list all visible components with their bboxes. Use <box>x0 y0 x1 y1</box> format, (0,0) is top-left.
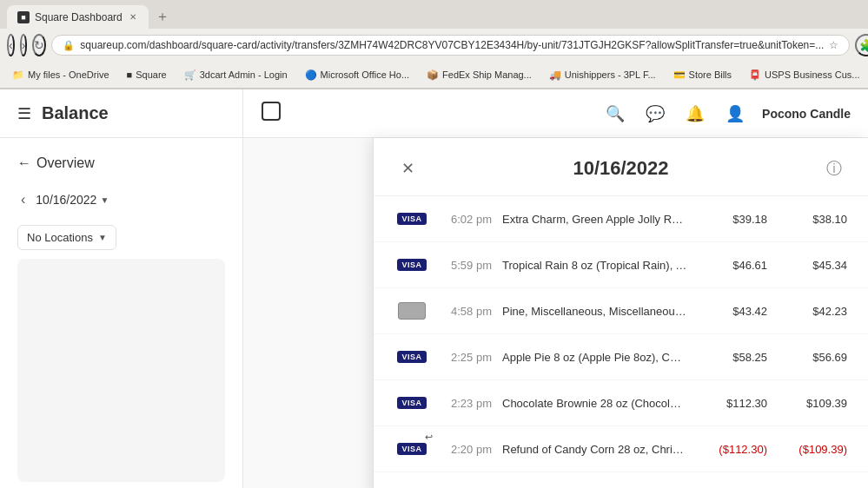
table-row[interactable]: 4:58 pm Pine, Miscellaneous, Miscellaneo… <box>374 288 868 334</box>
sidebar-chart-area <box>17 259 225 482</box>
transaction-description: Apple Pie 8 oz (Apple Pie 8oz), Coconut … <box>502 351 687 364</box>
onedrive-favicon: 📁 <box>12 69 24 81</box>
bookmark-onedrive-label: My files - OneDrive <box>28 69 109 80</box>
date-selector[interactable]: 10/16/2022 ▼ <box>36 193 109 207</box>
app-logo <box>261 101 282 126</box>
extensions-button[interactable]: 🧩 <box>855 34 868 56</box>
sidebar-header: ☰ Balance <box>0 89 242 138</box>
visa-badge: VISA <box>397 259 426 271</box>
new-tab-button[interactable]: ＋ <box>152 7 173 28</box>
tab-title: Square Dashboard <box>35 11 123 23</box>
bookmark-usps[interactable]: 📮 USPS Business Cus... <box>744 68 865 82</box>
transaction-net: $45.34 <box>778 259 847 272</box>
reload-button[interactable]: ↻ <box>32 34 46 56</box>
transaction-panel: ✕ 10/16/2022 ⓘ VISA 6:02 pm Extra Charm,… <box>373 138 868 488</box>
messages-button[interactable]: 💬 <box>642 101 668 127</box>
transaction-time: 2:20 pm <box>440 443 492 456</box>
transaction-time: 2:25 pm <box>440 351 492 364</box>
hamburger-icon[interactable]: ☰ <box>17 104 31 123</box>
transaction-description: Extra Charm, Green Apple Jolly Rancher, … <box>502 213 687 226</box>
search-button[interactable]: 🔍 <box>602 101 628 127</box>
transaction-gross: $112.30 <box>698 397 767 410</box>
bookmark-square[interactable]: ■ Square <box>122 68 172 82</box>
bookmark-usps-label: USPS Business Cus... <box>765 69 859 80</box>
bookmark-storebills-label: Store Bills <box>689 69 732 80</box>
table-row[interactable]: VISA 5:59 pm Tropical Rain 8 oz (Tropica… <box>374 242 868 288</box>
svg-rect-0 <box>262 102 280 120</box>
payment-type-icon: VISA <box>394 207 429 231</box>
bookmark-star-icon[interactable]: ☆ <box>829 39 838 51</box>
table-row[interactable]: VISA 2:23 pm Chocolate Brownie 28 oz (Ch… <box>374 380 868 426</box>
table-row[interactable]: VISA ↩ 2:20 pm Refund of Candy Corn 28 o… <box>374 426 868 472</box>
fedex-favicon: 📦 <box>427 69 439 81</box>
browser-tab-active[interactable]: ■ Square Dashboard ✕ <box>7 5 149 29</box>
table-row[interactable]: VISA 2:16 pm Candy Corn 28 oz, Christmas… <box>374 472 868 488</box>
header-actions: 🔍 💬 🔔 👤 Pocono Candle <box>602 101 851 127</box>
usps-favicon: 📮 <box>749 69 761 81</box>
sidebar-content: ← Overview ‹ 10/16/2022 ▼ No Locations ▼ <box>0 138 242 488</box>
bookmark-unishippers[interactable]: 🚚 Unishippers - 3PL F... <box>544 68 661 82</box>
transaction-description: Tropical Rain 8 oz (Tropical Rain), Afri… <box>502 259 687 272</box>
table-row[interactable]: VISA 2:25 pm Apple Pie 8 oz (Apple Pie 8… <box>374 334 868 380</box>
bookmark-storebills[interactable]: 💳 Store Bills <box>668 68 738 82</box>
bookmark-fedex[interactable]: 📦 FedEx Ship Manag... <box>421 68 537 82</box>
bookmark-onedrive[interactable]: 📁 My files - OneDrive <box>7 68 115 82</box>
tab-favicon: ■ <box>17 11 30 23</box>
back-button[interactable]: ‹ <box>7 34 15 56</box>
bookmark-msoffice-label: Microsoft Office Ho... <box>321 69 410 80</box>
forward-button[interactable]: › <box>20 34 28 56</box>
account-button[interactable]: 👤 <box>722 101 748 127</box>
transaction-net: $38.10 <box>778 213 847 226</box>
security-lock-icon: 🔒 <box>63 40 75 51</box>
notifications-button[interactable]: 🔔 <box>682 101 708 127</box>
modal-header: ✕ 10/16/2022 ⓘ <box>374 138 868 196</box>
bookmark-msoffice[interactable]: 🔵 Microsoft Office Ho... <box>300 68 415 82</box>
date-prev-button[interactable]: ‹ <box>17 188 29 211</box>
payment-type-icon: VISA ↩ <box>394 437 429 461</box>
transaction-time: 2:23 pm <box>440 397 492 410</box>
transaction-gross: $39.18 <box>698 213 767 226</box>
transactions-list: VISA 6:02 pm Extra Charm, Green Apple Jo… <box>374 196 868 488</box>
visa-badge: VISA <box>397 397 426 409</box>
payment-type-icon: VISA <box>394 483 429 488</box>
address-bar[interactable]: 🔒 squareup.com/dashboard/square-card/act… <box>51 35 850 56</box>
app-header: 🔍 💬 🔔 👤 Pocono Candle <box>243 89 868 138</box>
sidebar-title: Balance <box>42 103 109 123</box>
modal-date-title: 10/16/2022 <box>573 157 668 180</box>
bookmark-3dcart[interactable]: 🛒 3dcart Admin - Login <box>179 68 293 82</box>
current-date: 10/16/2022 <box>36 193 96 207</box>
transaction-gross: ($112.30) <box>698 443 767 456</box>
transaction-description: Refund of Candy Corn 28 oz, Christmas Es… <box>502 443 687 456</box>
url-text: squareup.com/dashboard/square-card/activ… <box>80 39 824 51</box>
transaction-gross: $46.61 <box>698 259 767 272</box>
transaction-description: Chocolate Brownie 28 oz (Chocolate Brown… <box>502 397 687 410</box>
panel-overlay: ✕ 10/16/2022 ⓘ VISA 6:02 pm Extra Charm,… <box>243 138 868 488</box>
payment-type-icon: VISA <box>394 345 429 369</box>
payment-type-icon: VISA <box>394 253 429 277</box>
location-dropdown-icon: ▼ <box>98 233 107 242</box>
transaction-time: 5:59 pm <box>440 259 492 272</box>
unishippers-favicon: 🚚 <box>549 69 561 81</box>
square-favicon: ■ <box>127 69 133 80</box>
location-filter-label: No Locations <box>27 231 93 244</box>
date-dropdown-icon: ▼ <box>100 195 109 205</box>
refund-indicator: ↩ <box>425 432 433 443</box>
bookmarks-bar: 📁 My files - OneDrive ■ Square 🛒 3dcart … <box>0 62 868 89</box>
storebills-favicon: 💳 <box>673 69 686 81</box>
modal-close-button[interactable]: ✕ <box>394 155 421 181</box>
back-to-overview-link[interactable]: ← Overview <box>17 155 95 171</box>
payment-type-icon <box>394 299 429 323</box>
bookmark-unishippers-label: Unishippers - 3PL F... <box>565 69 656 80</box>
main-content: 🔍 💬 🔔 👤 Pocono Candle ✕ 10/16/2022 ⓘ VIS… <box>243 89 868 488</box>
bookmark-fedex-label: FedEx Ship Manag... <box>442 69 532 80</box>
transaction-gross: $58.25 <box>698 351 767 364</box>
transaction-gross: $43.42 <box>698 305 767 318</box>
date-navigation: ‹ 10/16/2022 ▼ <box>17 188 109 211</box>
location-filter-button[interactable]: No Locations ▼ <box>17 225 116 250</box>
transaction-net: $109.39 <box>778 397 847 410</box>
modal-info-button[interactable]: ⓘ <box>821 155 847 181</box>
transaction-net: ($109.39) <box>778 443 847 456</box>
close-tab-icon[interactable]: ✕ <box>128 10 138 23</box>
table-row[interactable]: VISA 6:02 pm Extra Charm, Green Apple Jo… <box>374 196 868 242</box>
visa-badge: VISA <box>397 213 426 225</box>
